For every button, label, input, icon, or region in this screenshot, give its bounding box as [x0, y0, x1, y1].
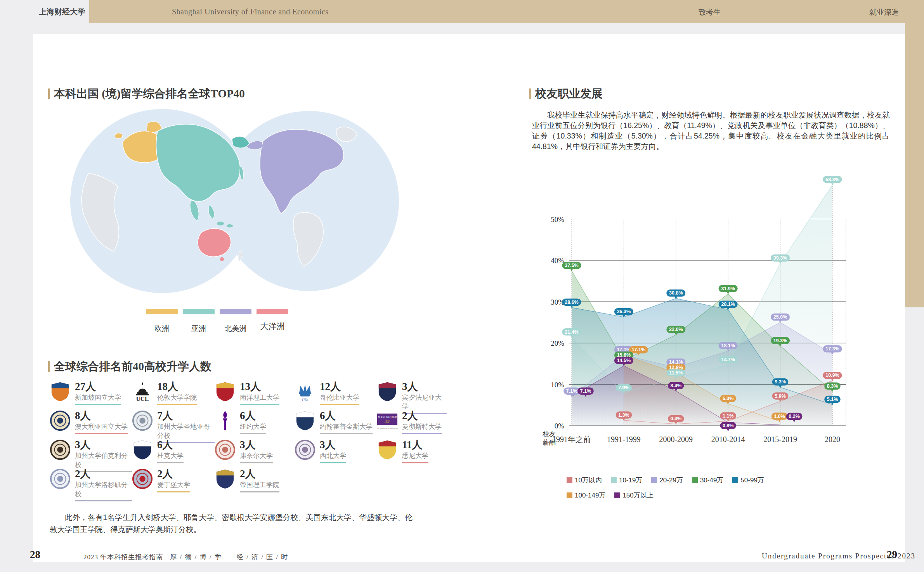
university-count: 2人 [402, 410, 442, 421]
y-axis-tick: 20% [551, 339, 564, 347]
svg-text:MANCHESTER: MANCHESTER [378, 416, 397, 419]
right-margin-band [905, 0, 924, 307]
y-axis-title: 校友 [543, 430, 556, 438]
additional-admissions-note: 此外，各有1名学生升入剑桥大学、耶鲁大学、密歇根大学安娜堡分校、美国东北大学、华… [50, 511, 413, 536]
svg-text:39.3%: 39.3% [773, 255, 787, 261]
university-name: 杜克大学 [157, 451, 184, 463]
university-item: 175412人哥伦比亚大学 [295, 381, 377, 410]
chart-legend-item: 10万以内 [567, 476, 602, 485]
header-nav-examinees: 致考生 [699, 7, 721, 17]
footer-motto: 厚 / 德 / 博 / 学 经 / 济 / 匡 / 时 [170, 553, 288, 562]
section-title-text: 全球综合排名前40高校升学人数 [54, 359, 211, 374]
university-name: 加州大学洛杉矶分校 [75, 480, 132, 501]
university-item: 2人爱丁堡大学 [132, 468, 215, 497]
map-legend-swatch [146, 309, 178, 314]
svg-text:5.9%: 5.9% [775, 393, 786, 399]
chart-legend-label: 100-149万 [575, 491, 605, 500]
university-count: 3人 [240, 439, 273, 450]
university-count: 2人 [75, 468, 132, 479]
university-name: 纽约大学 [240, 422, 266, 434]
duke-shield-icon [132, 439, 153, 460]
university-item: 3人加州大学伯克利分校 [50, 439, 132, 468]
chart-legend-swatch [611, 477, 617, 483]
x-axis-label: 2010-2014 [711, 435, 745, 444]
university-item: 8人澳大利亚国立大学 [50, 410, 132, 439]
ntu-crest-icon [215, 381, 236, 402]
university-name: 南洋理工大学 [240, 393, 279, 405]
svg-text:UCL: UCL [136, 395, 149, 402]
svg-text:19.3%: 19.3% [773, 338, 787, 343]
data-label-50-99万: 30.8% [666, 289, 685, 299]
university-item: 27人新加坡国立大学 [50, 381, 132, 410]
svg-text:8.4%: 8.4% [671, 383, 682, 388]
university-count: 12人 [320, 381, 359, 392]
university-item: 6人杜克大学 [132, 439, 215, 468]
chart-legend-swatch [692, 477, 698, 483]
chart-legend-swatch [651, 477, 657, 483]
svg-text:8.3%: 8.3% [827, 383, 838, 389]
svg-text:9.3%: 9.3% [775, 379, 786, 385]
berkeley-seal-icon [50, 439, 71, 460]
svg-text:7.9%: 7.9% [618, 385, 629, 390]
university-count: 6人 [157, 439, 184, 450]
university-item: 6人纽约大学 [215, 410, 295, 439]
map-legend-label: 亚洲 [183, 324, 215, 334]
map-legend-swatch [257, 309, 288, 314]
svg-text:7.1%: 7.1% [566, 388, 577, 394]
svg-text:5.3%: 5.3% [723, 396, 734, 401]
map-legend-item: 北美洲 [220, 309, 251, 335]
university-count: 6人 [240, 410, 266, 421]
chart-legend-item: 30-49万 [692, 476, 723, 485]
university-count: 8人 [75, 410, 128, 421]
university-name: 悉尼大学 [402, 451, 428, 463]
manchester-logo-icon: MANCHESTER1824The University of Manchest… [377, 410, 398, 431]
alumni-salary-chart: 1991年之前1991-19992000-20092010-20142015-2… [539, 171, 867, 460]
svg-text:28.1%: 28.1% [721, 302, 735, 307]
university-item: 13人南洋理工大学 [215, 381, 295, 410]
chart-legend-swatch [614, 492, 620, 498]
university-name: 约翰霍普金斯大学 [320, 422, 373, 434]
svg-text:25.0%: 25.0% [773, 314, 787, 320]
section-title-study-abroad: 本科出国 (境)留学综合排名全球TOP40 [48, 86, 245, 102]
university-name: 哥伦比亚大学 [320, 393, 359, 405]
sydney-crest-icon [377, 439, 398, 460]
svg-text:1.3%: 1.3% [618, 413, 629, 418]
chart-legend-row: 10万以内10-19万20-29万30-49万50-99万 [567, 476, 773, 485]
upenn-crest-icon [377, 381, 398, 402]
university-count: 2人 [157, 468, 190, 479]
university-name: 新加坡国立大学 [75, 393, 121, 405]
university-count: 2人 [240, 468, 279, 479]
svg-text:0.8%: 0.8% [723, 423, 734, 428]
map-legend-label: 大洋洲 [257, 321, 288, 332]
svg-text:58.3%: 58.3% [825, 177, 839, 182]
svg-text:17.1%: 17.1% [632, 347, 645, 352]
university-item: 3人西北大学 [295, 439, 377, 468]
university-grid: 27人新加坡国立大学UCL18人伦敦大学学院13人南洋理工大学175412人哥伦… [50, 381, 461, 497]
university-count: 6人 [320, 410, 373, 421]
y-axis-tick: 10% [551, 381, 564, 389]
title-accent-bar [529, 88, 531, 99]
university-name: 西北大学 [320, 451, 346, 463]
ucla-seal-icon [50, 468, 71, 489]
university-name-en: Shanghai University of Finance and Econo… [172, 7, 329, 16]
x-axis-label: 2015-2019 [763, 435, 797, 444]
ucl-crest-icon: UCL [132, 381, 153, 402]
svg-text:1824: 1824 [384, 420, 390, 423]
map-legend: 欧洲亚洲北美洲大洋洲 [146, 309, 288, 335]
chart-legend-swatch [567, 492, 572, 498]
jhu-shield-icon [295, 410, 316, 431]
world-map [65, 103, 407, 305]
svg-text:0.4%: 0.4% [671, 416, 682, 421]
university-item: 11人悉尼大学 [377, 439, 447, 468]
svg-text:1754: 1754 [302, 398, 309, 402]
section-title-top40: 全球综合排名前40高校升学人数 [48, 359, 211, 374]
chart-legend-label: 150万以上 [622, 491, 653, 500]
chart-legend-item: 20-29万 [651, 476, 683, 485]
northwestern-seal-icon [295, 439, 316, 460]
nyu-torch-icon [215, 410, 236, 431]
university-count: 13人 [240, 381, 279, 392]
section-title-alumni: 校友职业发展 [529, 86, 603, 102]
alumni-paragraph: 我校毕业生就业保持高水平稳定，财经领域特色鲜明。根据最新的校友职业发展状况调查数… [532, 110, 890, 152]
university-item: MANCHESTER1824The University of Manchest… [377, 410, 447, 439]
chart-legend-item: 100-149万 [567, 491, 605, 500]
